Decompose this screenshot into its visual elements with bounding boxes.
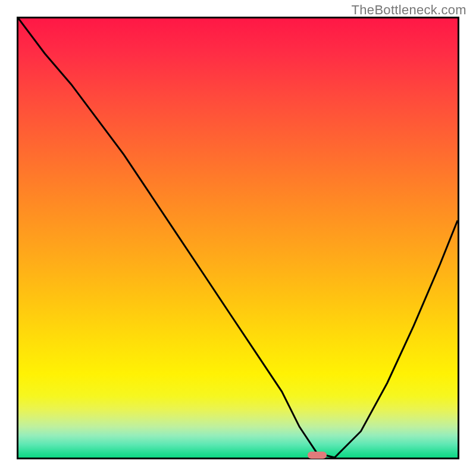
chart-container: TheBottleneck.com — [0, 0, 476, 476]
bottleneck-curve — [18, 18, 458, 458]
watermark-text: TheBottleneck.com — [352, 2, 466, 18]
plot-area — [17, 17, 459, 459]
optimal-marker-pill — [308, 452, 327, 459]
